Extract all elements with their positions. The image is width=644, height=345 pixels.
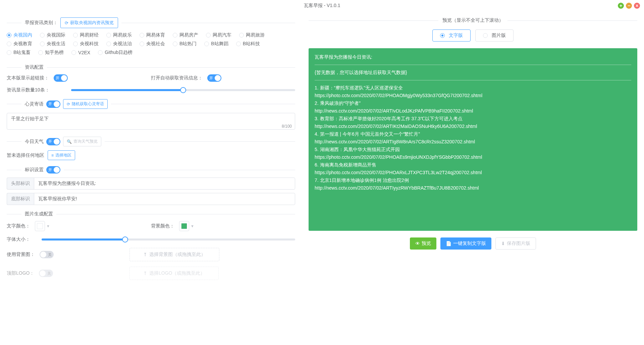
category-radio[interactable]: V2EX bbox=[71, 50, 90, 56]
titlebar: 瓦客早报 - V1.0.1 + − × bbox=[0, 0, 644, 11]
category-radio[interactable]: 网易财经 bbox=[73, 32, 99, 38]
show-links-label: 文本版显示超链接： bbox=[7, 75, 49, 81]
category-radio[interactable]: 央视教育 bbox=[7, 41, 32, 47]
weather-preview-button[interactable]: 🔍 查询天气预览 bbox=[63, 137, 101, 146]
news-title: 1. 新疆：“摩托车巡逻队”无人区巡逻保安全 bbox=[315, 84, 631, 91]
mode-text-button[interactable]: 文字版 bbox=[432, 29, 471, 42]
text-color-label: 文字颜色： bbox=[7, 223, 30, 229]
news-title: 5. 湖南湘西：凤凰中华大熊猫苑正式开园 bbox=[315, 146, 631, 153]
section-marker-title: 标识设置 开 bbox=[7, 166, 295, 174]
top-logo-switch[interactable]: 关 bbox=[39, 270, 53, 277]
category-radio[interactable]: 知乎热榜 bbox=[38, 50, 64, 56]
font-size-slider[interactable] bbox=[42, 238, 295, 240]
preview-actions: 👁 预览 📄 一键复制文字版 ⬇ 保存图片版 bbox=[309, 237, 637, 250]
foot-marker-addon: 底部标识 bbox=[7, 193, 34, 205]
news-url: http://news.cctv.com/2020/07/02/ARTIKt2M… bbox=[315, 123, 631, 130]
search-icon: 🔍 bbox=[67, 139, 72, 144]
preview-content[interactable]: 瓦客早报为您播报今日资讯: {暂无数据，您可以选择地址后获取天气数据} 1. 新… bbox=[309, 48, 637, 231]
category-radio[interactable]: 央视社会 bbox=[140, 41, 165, 47]
category-radio[interactable]: B站鬼畜 bbox=[7, 50, 31, 56]
category-radio[interactable]: 央视科技 bbox=[73, 41, 99, 47]
head-marker-input[interactable] bbox=[34, 178, 295, 190]
copy-icon: 📄 bbox=[446, 241, 451, 246]
upload-icon: ⤒ bbox=[143, 252, 147, 257]
category-radio[interactable]: B站科技 bbox=[236, 41, 260, 47]
download-icon: ⬇ bbox=[501, 241, 505, 246]
category-radio[interactable]: 网易娱乐 bbox=[106, 32, 132, 38]
news-title: 7. 北京1日新增本地确诊病例1例 治愈出院2例 bbox=[315, 177, 631, 184]
chevron-down-icon: ▼ bbox=[191, 224, 194, 228]
head-marker-addon: 头部标识 bbox=[7, 178, 34, 190]
quote-switch[interactable]: 开 bbox=[46, 100, 60, 108]
preview-panel: 预览（显示不全可上下滚动） 文字版 图片版 瓦客早报为您播报今日资讯: {暂无数… bbox=[309, 11, 637, 345]
category-radio[interactable]: 央视生活 bbox=[40, 41, 65, 47]
preview-intro: 瓦客早报为您播报今日资讯: bbox=[315, 54, 631, 61]
random-quote-button[interactable]: ⟳ 随机获取心灵寄语 bbox=[63, 99, 108, 109]
no-region-text: 暂未选择任何地区 bbox=[7, 152, 44, 158]
upload-logo-button[interactable]: ⤒ 选择LOGO（或拖拽至此） bbox=[129, 267, 219, 280]
font-size-label: 字体大小： bbox=[7, 236, 30, 243]
news-count-label: 资讯显示数量10条： bbox=[7, 87, 50, 93]
category-radio[interactable]: B站热门 bbox=[173, 41, 197, 47]
save-image-button[interactable]: ⬇ 保存图片版 bbox=[495, 237, 536, 250]
refresh-icon: ⟳ bbox=[67, 102, 70, 107]
preview-header: 预览（显示不全可上下滚动） bbox=[309, 17, 637, 23]
news-url: https://photo.cctv.com/2020/07/02/PHOAOM… bbox=[315, 92, 631, 99]
preview-button[interactable]: 👁 预览 bbox=[410, 237, 436, 250]
category-radio[interactable]: Github日趋榜 bbox=[98, 50, 132, 56]
category-radio[interactable]: 网易体育 bbox=[140, 32, 165, 38]
section-weather-title: 今日天气 开 🔍 查询天气预览 bbox=[7, 137, 295, 146]
category-radio[interactable]: 央视法治 bbox=[106, 41, 132, 47]
news-url: https://photo.cctv.com/2020/07/02/PHOARx… bbox=[315, 169, 631, 176]
use-bg-switch[interactable]: 关 bbox=[40, 251, 54, 258]
chevron-down-icon: ▼ bbox=[46, 224, 50, 228]
category-radio[interactable]: B站舞蹈 bbox=[204, 41, 228, 47]
news-url: http://news.cctv.com/2020/07/02/ARTIyyzR… bbox=[315, 185, 631, 192]
news-url: https://photo.cctv.com/2020/07/02/PHOAEs… bbox=[315, 154, 631, 161]
marker-switch[interactable]: 开 bbox=[46, 166, 60, 174]
window-controls: + − × bbox=[618, 3, 640, 9]
category-radio[interactable]: 网易汽车 bbox=[206, 32, 231, 38]
category-radio[interactable]: 网易旅游 bbox=[239, 32, 265, 38]
upload-bg-button[interactable]: ⤒ 选择背景图（或拖拽至此） bbox=[129, 248, 219, 261]
preview-weather: {暂无数据，您可以选择地址后获取天气数据} bbox=[315, 69, 631, 76]
select-region-button[interactable]: ≡ 选择地区 bbox=[48, 150, 75, 160]
quote-counter: 8/100 bbox=[282, 124, 292, 129]
category-radio[interactable]: 央视国际 bbox=[40, 32, 65, 38]
news-title: 4. 第一报道 | 今年6月 中国元首外交又一个“繁忙月” bbox=[315, 131, 631, 138]
news-title: 2. 乘风破浪的“守护者” bbox=[315, 100, 631, 107]
section-quote-title: 心灵寄语 开 ⟳ 随机获取心灵寄语 bbox=[7, 99, 295, 109]
window-add-button[interactable]: + bbox=[618, 3, 624, 9]
news-count-slider[interactable] bbox=[71, 89, 295, 91]
use-bg-label: 使用背景图： bbox=[7, 252, 35, 258]
eye-icon: 👁 bbox=[415, 241, 420, 246]
text-color-picker[interactable] bbox=[35, 221, 45, 231]
category-radio-group: 央视国内央视国际网易财经网易娱乐网易体育网易房产网易汽车网易旅游央视教育央视生活… bbox=[7, 32, 295, 58]
auto-fetch-switch[interactable]: 开 bbox=[207, 74, 221, 82]
app-title: 瓦客早报 - V1.0.1 bbox=[304, 3, 340, 9]
config-panel: 早报资讯类别： ⟳ 获取央视国内资讯预览 央视国内央视国际网易财经网易娱乐网易体… bbox=[7, 11, 295, 345]
show-links-switch[interactable]: 开 bbox=[54, 74, 68, 82]
top-logo-label: 顶部LOGO： bbox=[7, 270, 34, 276]
news-title: 3. 教育部：高标准严举措做好2020年高考工作 37.3℃以下方可进入考点 bbox=[315, 115, 631, 122]
window-close-button[interactable]: × bbox=[634, 3, 640, 9]
preview-mode-group: 文字版 图片版 bbox=[309, 29, 637, 42]
quote-textarea[interactable] bbox=[7, 113, 295, 130]
upload-icon: ⤒ bbox=[143, 271, 147, 276]
filter-icon: ≡ bbox=[51, 153, 54, 158]
fetch-news-button[interactable]: ⟳ 获取央视国内资讯预览 bbox=[60, 17, 118, 28]
copy-text-button[interactable]: 📄 一键复制文字版 bbox=[440, 237, 491, 250]
weather-switch[interactable]: 开 bbox=[46, 138, 60, 145]
mode-image-button[interactable]: 图片版 bbox=[475, 29, 514, 42]
foot-marker-input[interactable] bbox=[34, 193, 295, 205]
bg-color-picker[interactable] bbox=[179, 221, 189, 231]
category-radio[interactable]: 网易房产 bbox=[173, 32, 198, 38]
news-title: 6. 海南离岛免税新增商品开售 bbox=[315, 161, 631, 168]
news-url: http://news.cctv.com/2020/07/02/ARTIvDLo… bbox=[315, 108, 631, 115]
section-category-title: 早报资讯类别： ⟳ 获取央视国内资讯预览 bbox=[7, 17, 295, 28]
window-minimize-button[interactable]: − bbox=[626, 3, 632, 9]
category-radio[interactable]: 央视国内 bbox=[7, 32, 32, 38]
refresh-icon: ⟳ bbox=[65, 20, 68, 25]
bg-color-label: 背景颜色： bbox=[151, 223, 174, 229]
news-url: http://news.cctv.com/2020/07/02/ARTIg8W8… bbox=[315, 138, 631, 145]
